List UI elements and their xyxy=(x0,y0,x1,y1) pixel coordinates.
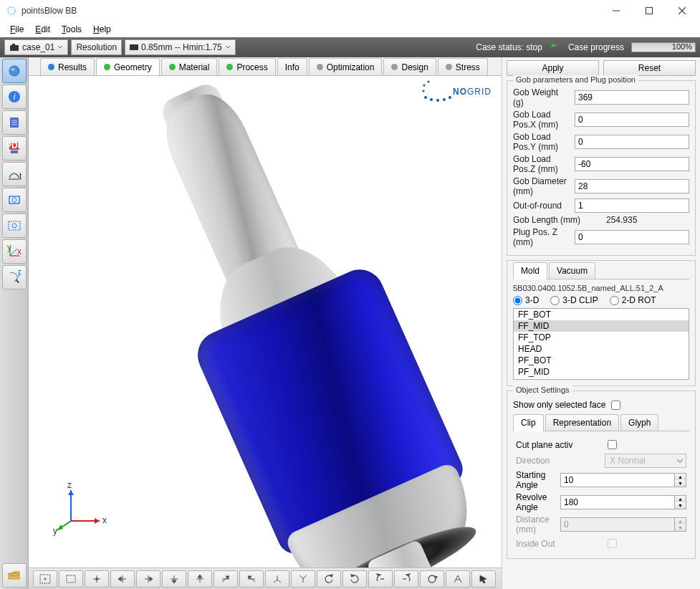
view-fit[interactable] xyxy=(33,570,57,588)
rev-up[interactable]: ▲ xyxy=(675,496,686,502)
gob-loadx-label: Gob Load Pos.X (mm) xyxy=(513,110,570,130)
subtab-glyph[interactable]: Glyph xyxy=(620,414,658,431)
plugz-label: Plug Pos. Z (mm) xyxy=(513,227,570,247)
tab-label: Material xyxy=(179,62,210,72)
start-input[interactable] xyxy=(560,473,675,487)
maximize-button[interactable] xyxy=(633,0,666,21)
close-button[interactable] xyxy=(666,0,699,21)
tool-pdf[interactable]: PDF xyxy=(2,136,27,161)
view-zneg[interactable] xyxy=(214,570,238,588)
tool-open[interactable] xyxy=(2,563,27,588)
dist-input xyxy=(560,517,675,532)
list-item[interactable]: PF_MID xyxy=(514,366,689,378)
tab-results[interactable]: Results xyxy=(40,58,95,75)
list-item[interactable]: HEAD xyxy=(514,343,689,355)
gob-loadx-input[interactable] xyxy=(575,112,689,127)
obj-legend: Object Settings xyxy=(513,386,572,394)
start-up[interactable]: ▲ xyxy=(675,474,686,480)
minimize-button[interactable] xyxy=(600,0,633,21)
list-item[interactable]: FF_TOP xyxy=(514,332,689,343)
radio-2drot[interactable]: 2-D ROT xyxy=(610,295,656,305)
tab-info[interactable]: Info xyxy=(277,58,307,75)
menu-tools[interactable]: Tools xyxy=(56,23,87,36)
view-iso2[interactable] xyxy=(291,570,315,588)
gob-loadz-label: Gob Load Pos.Z (mm) xyxy=(513,154,570,174)
gob-loadz-input[interactable] xyxy=(575,157,689,171)
view-rot-ccw[interactable] xyxy=(317,570,341,588)
tab-geometry[interactable]: Geometry xyxy=(96,58,160,75)
tab-optimization[interactable]: Optimization xyxy=(309,58,383,75)
show-only-check[interactable]: Show only selected face xyxy=(513,400,689,410)
tab-material[interactable]: Material xyxy=(161,58,218,75)
tool-pick[interactable]: P xyxy=(2,265,27,289)
tool-curve[interactable]: t xyxy=(2,162,27,186)
svg-text:y: y xyxy=(53,526,57,536)
cutplane-check[interactable] xyxy=(608,440,617,449)
view-xneg[interactable] xyxy=(110,570,135,588)
radio-3dclip[interactable]: 3-D CLIP xyxy=(550,295,598,305)
start-down[interactable]: ▼ xyxy=(675,480,686,487)
camera-icon xyxy=(9,43,19,52)
mold-list[interactable]: FF_BOTFF_MIDFF_TOPHEADPF_BOTPF_MID xyxy=(513,308,689,380)
view-spin[interactable] xyxy=(420,570,444,588)
menu-file[interactable]: File xyxy=(4,23,29,36)
menu-edit[interactable]: Edit xyxy=(29,23,56,36)
progress-percent: 100% xyxy=(672,42,692,51)
subtab-vacuum[interactable]: Vacuum xyxy=(549,262,595,279)
view-yneg[interactable] xyxy=(162,570,186,588)
view-zoom-box[interactable] xyxy=(59,570,83,588)
view-rot-cw[interactable] xyxy=(342,570,367,588)
tab-design[interactable]: Design xyxy=(383,58,436,75)
tool-screenshot[interactable] xyxy=(2,188,27,212)
svg-text:t: t xyxy=(19,171,21,181)
svg-point-32 xyxy=(436,99,439,102)
gob-loady-input[interactable] xyxy=(575,135,689,149)
apply-button[interactable]: Apply xyxy=(507,60,599,76)
case-selector[interactable]: case_01 xyxy=(4,39,68,55)
resolution-selector[interactable]: 0.85mm -- Hmin:1.75 xyxy=(125,39,236,55)
list-item[interactable]: PF_BOT xyxy=(514,355,689,366)
svg-marker-39 xyxy=(95,518,100,524)
view-iso1[interactable] xyxy=(265,570,289,588)
svg-point-30 xyxy=(424,96,427,99)
view-persp[interactable] xyxy=(446,570,470,588)
tab-process[interactable]: Process xyxy=(219,58,275,75)
subtab-clip[interactable]: Clip xyxy=(513,414,544,431)
view-cursor[interactable] xyxy=(471,570,496,588)
gob-weight-input[interactable] xyxy=(575,90,689,105)
mold-filename: 5B030.0400.1052.5B_named_ALL.51_2_A xyxy=(513,284,689,292)
view-rot90-cw[interactable] xyxy=(394,570,418,588)
plugz-input[interactable] xyxy=(575,230,689,244)
tab-label: Info xyxy=(285,62,299,72)
svg-text:P: P xyxy=(18,270,21,279)
list-item[interactable]: FF_MID xyxy=(514,320,689,332)
menu-help[interactable]: Help xyxy=(87,23,117,36)
rev-input[interactable] xyxy=(560,495,675,509)
oor-input[interactable] xyxy=(575,198,689,213)
direction-select[interactable]: X Normal xyxy=(605,454,686,468)
left-toolbar: i PDF t yx P xyxy=(0,57,29,589)
list-item[interactable]: FF_BOT xyxy=(514,309,689,320)
gob-diam-input[interactable] xyxy=(575,179,689,193)
case-name: case_01 xyxy=(22,42,54,52)
svg-line-75 xyxy=(299,575,303,578)
viewport-3d[interactable]: NOGRID x z y xyxy=(29,76,502,568)
subtab-representation[interactable]: Representation xyxy=(545,414,619,431)
view-front[interactable] xyxy=(85,570,109,588)
tool-axes[interactable]: yx xyxy=(2,239,27,264)
tool-notes[interactable] xyxy=(2,110,27,135)
tool-capture[interactable] xyxy=(2,214,27,238)
tool-info[interactable]: i xyxy=(2,85,27,109)
view-xpos[interactable] xyxy=(136,570,160,588)
view-ypos[interactable] xyxy=(188,570,212,588)
svg-point-48 xyxy=(44,578,46,580)
view-zpos[interactable] xyxy=(239,570,264,588)
mold-group: Mold Vacuum 5B030.0400.1052.5B_named_ALL… xyxy=(507,260,696,386)
subtab-mold[interactable]: Mold xyxy=(513,262,547,279)
tab-stress[interactable]: Stress xyxy=(438,58,488,75)
view-rot90-ccw[interactable] xyxy=(368,570,393,588)
reset-button[interactable]: Reset xyxy=(603,60,696,76)
tool-sphere[interactable] xyxy=(2,59,27,83)
rev-down[interactable]: ▼ xyxy=(675,502,686,509)
radio-3d[interactable]: 3-D xyxy=(513,295,539,305)
